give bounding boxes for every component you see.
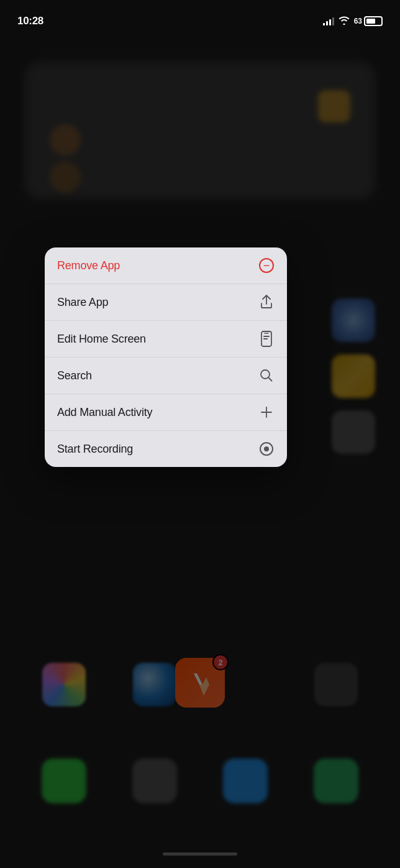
search-label: Search (57, 369, 92, 382)
record-dot (264, 446, 269, 451)
signal-bar-3 (329, 19, 331, 25)
search-icon (258, 367, 275, 384)
status-time: 10:28 (17, 15, 43, 27)
menu-item-share-app[interactable]: Share App (45, 284, 287, 321)
remove-app-label: Remove App (57, 259, 120, 272)
context-menu: Remove App − Share App Edit Home Screen (45, 247, 287, 467)
plus-icon (258, 404, 275, 420)
svg-rect-5 (263, 338, 268, 339)
status-icons: 63 (323, 16, 383, 27)
menu-item-start-recording[interactable]: Start Recording (45, 431, 287, 467)
start-recording-label: Start Recording (57, 443, 133, 456)
share-app-label: Share App (57, 296, 108, 309)
battery-icon: 63 (354, 16, 383, 26)
add-manual-activity-label: Add Manual Activity (57, 406, 152, 419)
signal-bar-4 (332, 17, 334, 25)
battery-box (364, 16, 383, 26)
menu-item-add-manual-activity[interactable]: Add Manual Activity (45, 394, 287, 431)
signal-bar-1 (323, 23, 325, 25)
record-icon-visual (260, 442, 273, 456)
battery-percent: 63 (354, 17, 362, 25)
status-bar: 10:28 63 (0, 0, 400, 34)
menu-item-search[interactable]: Search (45, 358, 287, 394)
svg-rect-4 (263, 336, 270, 337)
menu-item-edit-home-screen[interactable]: Edit Home Screen (45, 321, 287, 358)
record-icon (258, 441, 275, 457)
remove-icon-visual: − (259, 258, 274, 273)
battery-fill (366, 19, 375, 24)
share-icon (258, 294, 275, 310)
wifi-icon (339, 16, 350, 27)
phone-screen-icon (258, 331, 275, 347)
signal-bar-2 (326, 21, 328, 25)
edit-home-screen-label: Edit Home Screen (57, 333, 146, 346)
menu-item-remove-app[interactable]: Remove App − (45, 247, 287, 284)
minus-circle-icon: − (258, 257, 275, 274)
signal-icon (323, 17, 334, 25)
